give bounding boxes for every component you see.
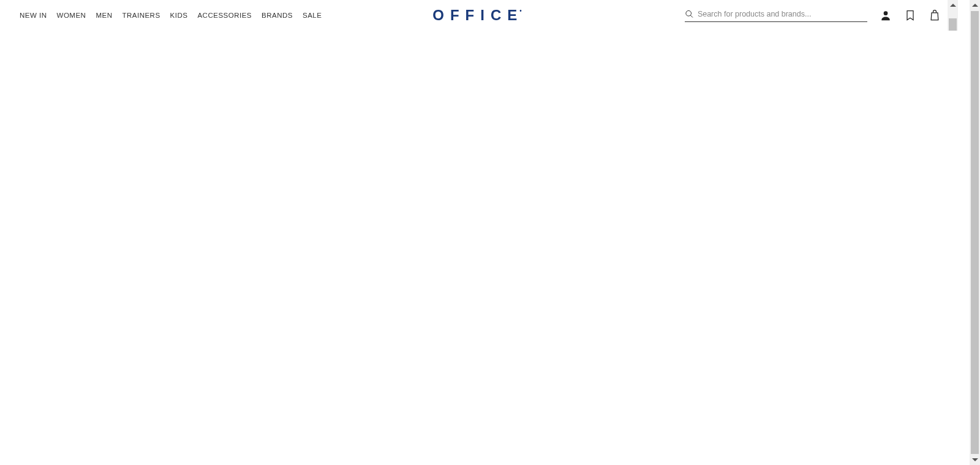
logo-mark: • (519, 7, 522, 14)
logo-text: OFFICE (432, 7, 523, 23)
site-logo[interactable]: OFFICE• (432, 7, 526, 24)
nav-women[interactable]: WOMEN (57, 12, 86, 19)
site-header: NEW IN WOMEN MEN TRAINERS KIDS ACCESSORI… (0, 0, 958, 31)
nav-trainers[interactable]: TRAINERS (122, 12, 160, 19)
bag-icon[interactable] (929, 9, 941, 21)
svg-point-2 (884, 11, 888, 15)
scroll-up-button[interactable] (948, 0, 958, 10)
nav-sale[interactable]: SALE (303, 12, 322, 19)
svg-point-0 (686, 10, 692, 16)
search-box[interactable] (685, 9, 867, 22)
search-input[interactable] (698, 10, 867, 18)
primary-nav: NEW IN WOMEN MEN TRAINERS KIDS ACCESSORI… (0, 12, 322, 19)
account-icon[interactable] (880, 9, 892, 21)
up-arrow-icon (950, 4, 956, 7)
nav-new-in[interactable]: NEW IN (20, 12, 47, 19)
bookmark-icon[interactable] (904, 9, 916, 21)
search-icon (685, 9, 694, 19)
svg-line-1 (690, 15, 693, 17)
nav-kids[interactable]: KIDS (170, 12, 188, 19)
nav-accessories[interactable]: ACCESSORIES (197, 12, 252, 19)
nav-brands[interactable]: BRANDS (262, 12, 293, 19)
inner-scrollbar[interactable] (948, 0, 958, 31)
scroll-thumb[interactable] (949, 18, 957, 31)
nav-men[interactable]: MEN (96, 12, 112, 19)
